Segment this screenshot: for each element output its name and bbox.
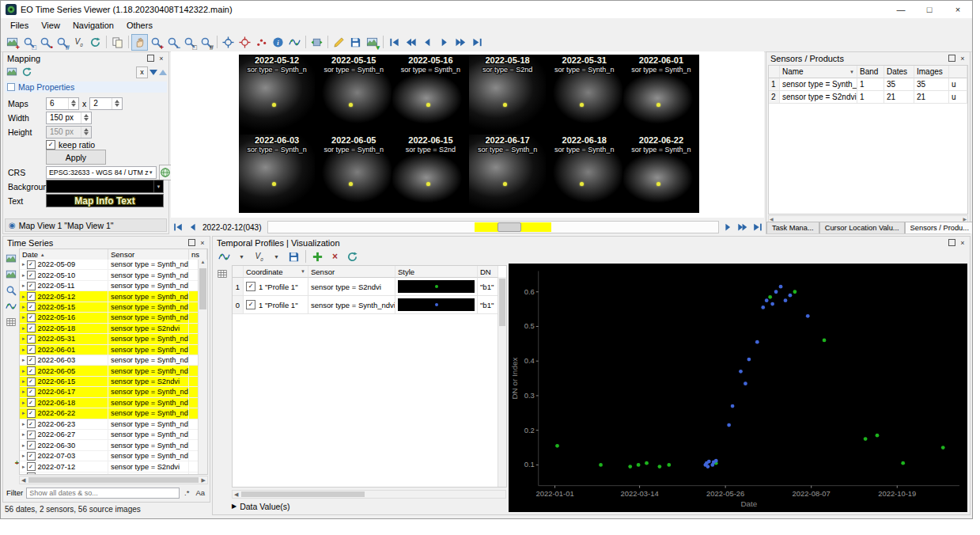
column-header-style[interactable]: Style bbox=[395, 266, 478, 278]
map-tile[interactable]: 2022-06-22sor type = Synth_n bbox=[623, 135, 699, 214]
expander-icon[interactable]: ▸ bbox=[22, 272, 25, 279]
profile-expression-caret-button[interactable]: ▼ bbox=[268, 249, 285, 265]
save-edits-button[interactable] bbox=[347, 34, 364, 51]
expander-icon[interactable]: ▸ bbox=[22, 294, 25, 300]
time-series-row[interactable]: ▸✓2022-06-23sensor type = Synth_ndvi bbox=[20, 419, 199, 430]
nav-last-button[interactable] bbox=[469, 34, 486, 51]
refresh-maps-button[interactable] bbox=[87, 34, 104, 51]
sensor-cell[interactable]: sensor type = Synth_ndvi bbox=[108, 355, 189, 365]
sensor-name-cell[interactable]: sensor type = Synth_ndvi bbox=[780, 78, 857, 91]
add-map-view-button[interactable]: + bbox=[4, 34, 21, 51]
sensor-cell[interactable]: sensor type = Synth_ndvi bbox=[108, 281, 189, 290]
date-cell[interactable]: ▸✓2022-06-22 bbox=[20, 408, 108, 418]
sensor-dates-cell[interactable]: 35 bbox=[884, 78, 914, 91]
ts-table-button[interactable] bbox=[5, 316, 17, 328]
visible-checkbox[interactable]: ✓ bbox=[27, 462, 36, 471]
select-crs-button[interactable] bbox=[159, 165, 172, 180]
temporal-profile-chart[interactable]: 0.10.20.30.40.50.62022-01-012022-03-1420… bbox=[509, 264, 967, 512]
coordinate-cell[interactable]: ✓1 "Profile 1" bbox=[244, 296, 308, 314]
expander-icon[interactable]: ▸ bbox=[22, 389, 25, 395]
column-header-images[interactable]: Images bbox=[914, 66, 949, 78]
visible-checkbox[interactable]: ✓ bbox=[27, 398, 36, 407]
scroll-right-icon[interactable]: ▶ bbox=[963, 216, 967, 222]
date-cell[interactable]: ▸✓2022-05-10 bbox=[20, 270, 108, 279]
map-tile[interactable]: 2022-06-18sor type = Synth_n bbox=[547, 135, 622, 214]
profile-expression-button[interactable]: V0 bbox=[251, 249, 267, 265]
profile-remove-button[interactable]: × bbox=[327, 249, 343, 265]
map-tile[interactable]: 2022-05-12sor type = Synth_n bbox=[239, 55, 315, 134]
sensor-cell[interactable]: sensor type = Synth_ndvi bbox=[108, 366, 189, 375]
time-series-row[interactable]: ▸✓2022-07-12sensor type = S2ndvi bbox=[20, 461, 199, 472]
close-icon[interactable]: × bbox=[198, 238, 207, 248]
temporal-profile-button[interactable] bbox=[286, 34, 303, 51]
visible-checkbox[interactable]: ✓ bbox=[27, 452, 36, 461]
visible-checkbox[interactable]: ✓ bbox=[27, 282, 36, 290]
expander-icon[interactable]: ▸ bbox=[22, 431, 25, 438]
dn-cell[interactable]: "b1" bbox=[478, 278, 498, 296]
style-preview[interactable] bbox=[398, 280, 475, 293]
expander-icon[interactable]: ▸ bbox=[22, 314, 25, 321]
sensor-extra-cell[interactable]: u bbox=[949, 91, 967, 104]
date-cell[interactable]: ▸✓2022-06-23 bbox=[20, 419, 108, 429]
sensor-cell[interactable]: sensor type = Synth_ndvi bbox=[108, 387, 189, 397]
column-header-band[interactable]: Band bbox=[857, 66, 884, 78]
sensor-cell[interactable]: sensor type = Synth_ndvi bbox=[108, 260, 189, 269]
dock-tab[interactable]: Cursor Location Valu... bbox=[819, 222, 905, 233]
background-color-swatch[interactable]: ▼ bbox=[46, 180, 164, 193]
sensor-cell[interactable]: sensor type = Synth_ndvi bbox=[108, 334, 189, 343]
copy-button[interactable] bbox=[109, 34, 126, 51]
column-header-sensor[interactable]: Sensor bbox=[308, 266, 395, 278]
scrollbar-thumb[interactable] bbox=[199, 268, 206, 309]
time-series-row[interactable]: ▸✓2022-05-16sensor type = Synth_ndvi bbox=[20, 313, 199, 323]
map-info-text-swatch[interactable]: Map Info Text bbox=[46, 194, 164, 207]
scroll-left-icon[interactable]: ◀ bbox=[233, 491, 240, 498]
map-view-section[interactable]: ◉ Map View 1 "Map View 1" bbox=[5, 218, 167, 232]
edit-button[interactable] bbox=[331, 34, 347, 51]
map-tile[interactable]: 2022-05-16sor type = Synth_n bbox=[392, 55, 468, 134]
profile-style-caret-button[interactable]: ▼ bbox=[233, 249, 250, 265]
map-properties-group[interactable]: Map Properties bbox=[5, 82, 167, 93]
expander-icon[interactable]: ▸ bbox=[22, 336, 25, 342]
visible-checkbox[interactable]: ✓ bbox=[27, 409, 36, 418]
expander-icon[interactable]: ▸ bbox=[22, 261, 25, 268]
date-cell[interactable]: ▸✓2022-05-09 bbox=[20, 260, 108, 269]
time-series-row[interactable]: ▸✓2022-06-30sensor type = Synth_ndvi bbox=[20, 440, 199, 450]
sensor-band-cell[interactable]: 1 bbox=[857, 78, 884, 91]
date-cell[interactable]: ▸✓2022-06-18 bbox=[20, 398, 108, 408]
visible-checkbox[interactable]: ✓ bbox=[27, 302, 36, 311]
sensor-extra-cell[interactable]: u bbox=[949, 78, 967, 91]
time-series-row[interactable]: ▸✓2022-05-12sensor type = Synth_ndvi bbox=[20, 291, 199, 302]
profile-checkbox[interactable]: ✓ bbox=[246, 300, 255, 309]
zoom-pixel-scale-button[interactable]: # bbox=[54, 34, 70, 51]
scrollbar-thumb[interactable] bbox=[499, 279, 505, 326]
scrollbar-thumb[interactable] bbox=[28, 477, 198, 483]
nav-next-fast-button[interactable] bbox=[452, 34, 469, 51]
ts-add-source-button[interactable]: + bbox=[5, 252, 17, 265]
sensor-cell[interactable]: sensor type = Synth_ndvi bbox=[108, 419, 189, 429]
column-header-dates[interactable]: Dates bbox=[884, 66, 914, 78]
nav-prev-fast-button[interactable] bbox=[403, 34, 419, 51]
visible-checkbox[interactable]: ✓ bbox=[27, 313, 36, 322]
keep-ratio-checkbox[interactable]: ✓ bbox=[46, 140, 55, 150]
timeline-first-button[interactable] bbox=[171, 221, 184, 234]
time-series-row[interactable]: ▸✓2022-06-22sensor type = Synth_ndvi bbox=[20, 408, 199, 419]
visible-checkbox[interactable]: ✓ bbox=[27, 335, 36, 343]
nav-prev-button[interactable] bbox=[419, 34, 436, 51]
column-header-sensor[interactable]: Sensor bbox=[108, 249, 189, 260]
float-icon[interactable] bbox=[146, 54, 155, 63]
profile-style-button[interactable] bbox=[216, 249, 233, 265]
expander-icon[interactable]: ▸ bbox=[22, 304, 25, 310]
column-header-ns[interactable]: ns bbox=[189, 249, 207, 260]
maps-rows-spinner[interactable]: 2 bbox=[89, 97, 123, 110]
date-cell[interactable]: ▸✓2022-05-11 bbox=[20, 281, 108, 290]
sensor-cell[interactable]: sensor type = Synth_ndvi bbox=[108, 345, 189, 355]
date-cell[interactable]: ▸✓2022-05-16 bbox=[20, 313, 108, 322]
expander-icon[interactable]: ▸ bbox=[22, 464, 25, 470]
maps-columns-spinner[interactable]: 6 bbox=[46, 97, 79, 110]
timeline-next-button[interactable] bbox=[721, 221, 734, 234]
column-header-name[interactable]: Name▼ bbox=[780, 66, 857, 78]
coordinate-cell[interactable]: ✓1 "Profile 1" bbox=[244, 278, 308, 296]
timeline-slider-handle[interactable] bbox=[498, 222, 521, 232]
map-tile[interactable]: 2022-06-01sor type = Synth_n bbox=[623, 55, 699, 134]
date-cell[interactable]: ▸✓2022-05-15 bbox=[20, 302, 108, 312]
